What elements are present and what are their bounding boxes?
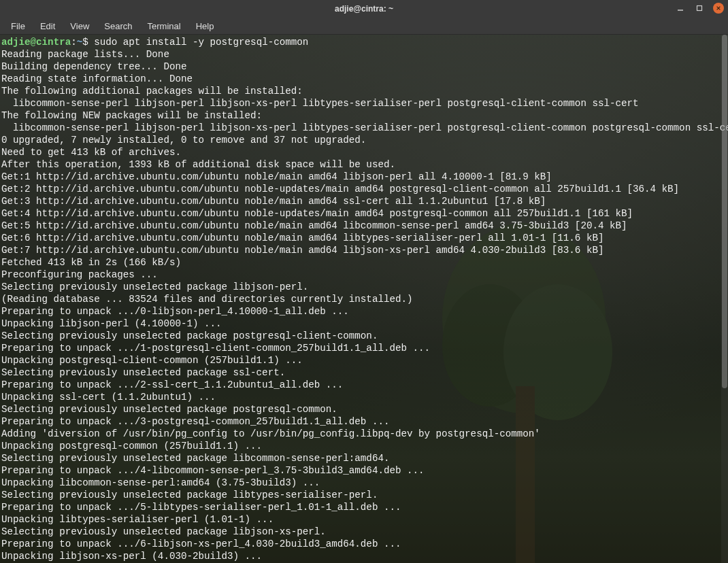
terminal-content[interactable]: adjie@cintra:~$ sudo apt install -y post… [0,35,728,563]
menu-view[interactable]: View [63,19,96,33]
menu-help[interactable]: Help [189,19,221,33]
minimize-button[interactable] [675,3,686,14]
svg-rect-1 [697,6,702,11]
close-button[interactable] [713,3,724,14]
scrollbar-thumb[interactable] [722,35,727,388]
window-titlebar: adjie@cintra: ~ [0,0,728,18]
menu-file[interactable]: File [4,19,32,33]
command-text: sudo apt install -y postgresql-common [88,37,309,48]
menu-search[interactable]: Search [97,19,139,33]
terminal-area[interactable]: adjie@cintra:~$ sudo apt install -y post… [0,35,728,563]
prompt-colon: : [71,37,77,48]
menu-edit[interactable]: Edit [33,19,62,33]
prompt-path: ~ [77,37,83,48]
menu-terminal[interactable]: Terminal [141,19,188,33]
menubar: File Edit View Search Terminal Help [0,18,728,35]
prompt-user: adjie [1,37,31,48]
window-title: adjie@cintra: ~ [335,4,393,14]
prompt-dollar: $ [82,37,88,48]
scrollbar-track[interactable] [721,35,728,563]
terminal-output: Reading package lists... Done Building d… [1,49,728,562]
prompt-host: cintra [36,37,71,48]
maximize-button[interactable] [694,3,705,14]
prompt-at: @ [31,37,37,48]
window-controls [675,3,724,14]
